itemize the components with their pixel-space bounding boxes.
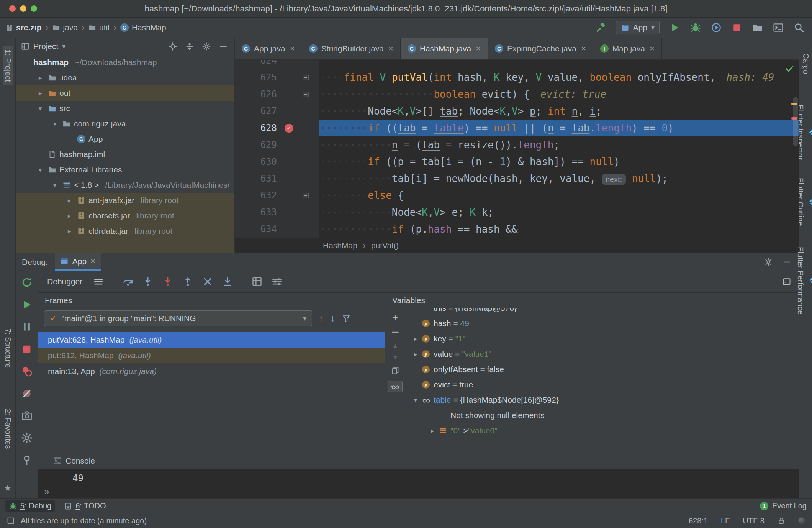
variable-row[interactable]: ▸pkey = "1" <box>405 331 799 346</box>
stop-button[interactable] <box>732 22 742 33</box>
editor-tab[interactable]: CApp.java× <box>235 38 302 59</box>
settings-icon[interactable] <box>202 42 211 51</box>
code-line[interactable]: 632········else { <box>235 187 799 204</box>
show-watches-icon[interactable] <box>388 381 403 392</box>
file-encoding[interactable]: UTF-8 <box>743 517 765 525</box>
line-number[interactable]: 629 <box>235 136 277 153</box>
code-line[interactable]: 624 <box>235 60 799 69</box>
line-number[interactable]: 632 <box>235 187 277 204</box>
zoom-window-button[interactable] <box>31 5 37 12</box>
sidebar-tab-cargo[interactable]: Cargo <box>801 49 811 78</box>
tree-item[interactable]: hashmap~/Downloads/hashmap <box>16 55 234 70</box>
indicator-icon[interactable] <box>798 517 805 524</box>
breadcrumb-item[interactable]: util <box>88 23 110 32</box>
line-number[interactable]: 633 <box>235 204 277 221</box>
variable-row[interactable]: pevict = true <box>405 377 799 392</box>
console-tab[interactable]: Console <box>38 453 799 469</box>
code-editor[interactable]: 624625····final V putVal(int hash, K key… <box>235 60 799 238</box>
step-out-icon[interactable] <box>182 276 193 287</box>
run-configuration-selector[interactable]: App▾ <box>616 21 660 34</box>
resume-button[interactable] <box>21 299 33 310</box>
tree-toggle-icon[interactable]: ▾ <box>36 105 45 113</box>
variable-row[interactable]: ▸"0" -> "value0" <box>405 423 799 438</box>
tool-window-button-debug[interactable]: 5: Debug <box>5 500 55 512</box>
breadcrumb-item[interactable]: CHashMap <box>120 23 166 32</box>
run-to-cursor-icon[interactable] <box>222 276 233 287</box>
settings-icon[interactable] <box>764 258 773 266</box>
breadcrumb-method[interactable]: putVal() <box>371 241 399 250</box>
drop-frame-icon[interactable] <box>202 276 213 287</box>
remove-watch-icon[interactable] <box>391 328 399 336</box>
tree-item[interactable]: ▾com.riguz.java <box>16 116 234 131</box>
sidebar-tab-7-structure[interactable]: 7: Structure <box>3 325 13 372</box>
hide-panel-icon[interactable] <box>783 258 791 266</box>
editor-tab[interactable]: CHashMap.java× <box>401 38 488 59</box>
tree-toggle-icon[interactable]: ▾ <box>36 166 45 174</box>
fold-marker-icon[interactable] <box>303 75 309 80</box>
close-icon[interactable]: × <box>581 44 586 54</box>
tree-item[interactable]: ▸out <box>16 85 234 101</box>
close-icon[interactable]: × <box>290 44 295 54</box>
tool-window-switcher-icon[interactable] <box>7 517 15 525</box>
frame-row[interactable]: put:612, HashMap(java.util) <box>38 348 385 363</box>
code-line[interactable]: 627········Node<K,V>[] tab; Node<K,V> p;… <box>235 103 799 120</box>
tree-item[interactable]: CApp <box>16 131 234 147</box>
search-everywhere-button[interactable] <box>794 22 804 33</box>
variable-row[interactable]: ▾table = {HashMap$Node[16]@592} <box>405 392 799 408</box>
close-icon[interactable]: × <box>476 44 481 54</box>
line-number[interactable]: 631 <box>235 170 277 187</box>
line-number[interactable]: 625 <box>235 69 277 86</box>
line-number[interactable]: 630 <box>235 153 277 170</box>
editor-tab[interactable]: IMap.java× <box>593 38 662 59</box>
locate-icon[interactable] <box>169 42 177 51</box>
tree-toggle-icon[interactable]: ▾ <box>409 396 422 404</box>
code-line[interactable]: 628✓········if ((tab = table) == null ||… <box>235 120 799 136</box>
force-step-into-icon[interactable] <box>162 276 173 287</box>
editor-tab[interactable]: CStringBuilder.java× <box>302 38 401 59</box>
debug-button[interactable] <box>690 22 701 33</box>
console-output-area[interactable]: » 49 <box>38 469 799 498</box>
thread-selector[interactable]: ✓ "main"@1 in group "main": RUNNING ▾ <box>44 310 312 326</box>
copy-icon[interactable] <box>391 366 399 375</box>
line-separator[interactable]: LF <box>721 517 730 525</box>
view-breakpoints-button[interactable] <box>21 366 33 377</box>
layout-settings-icon[interactable] <box>783 277 791 286</box>
tree-toggle-icon[interactable]: ▸ <box>409 335 422 343</box>
tree-toggle-icon[interactable]: ▸ <box>65 197 74 205</box>
breadcrumb-item[interactable]: src.zip <box>5 23 42 32</box>
mute-breakpoints-button[interactable] <box>21 388 33 399</box>
close-window-button[interactable] <box>9 5 16 12</box>
inspections-ok-icon[interactable] <box>785 64 795 74</box>
tool-window-button-todo[interactable]: 6: TODO <box>61 500 110 512</box>
rerun-button[interactable] <box>21 277 33 288</box>
tree-toggle-icon[interactable]: ▸ <box>36 89 45 97</box>
frame-row[interactable]: putVal:628, HashMap(java.util) <box>38 332 385 348</box>
breakpoint-zone[interactable]: ✓ <box>277 124 301 133</box>
settings-toolbar-icon[interactable] <box>272 276 282 287</box>
sidebar-tab-1-project[interactable]: 1: Project <box>3 46 13 85</box>
tree-item[interactable] <box>16 239 234 253</box>
line-number[interactable]: 627 <box>235 103 277 120</box>
settings-icon[interactable] <box>21 432 33 444</box>
close-icon[interactable]: × <box>650 44 655 54</box>
evaluate-icon[interactable] <box>252 276 262 287</box>
editor-tab[interactable]: CExpiringCache.java× <box>488 38 593 59</box>
terminal-button[interactable] <box>773 22 784 33</box>
variable-row[interactable]: ▸pvalue = "value1" <box>405 346 799 362</box>
debug-session-tab[interactable]: App × <box>55 253 101 271</box>
code-line[interactable]: 631············tab[i] = newNode(hash, ke… <box>235 170 799 187</box>
open-folder-button[interactable] <box>752 22 763 33</box>
tree-item[interactable]: ▸cldrdata.jarlibrary root <box>16 223 234 239</box>
debugger-label[interactable]: Debugger <box>47 277 82 286</box>
line-number[interactable]: 626 <box>235 86 277 103</box>
add-watch-icon[interactable]: + <box>393 313 398 322</box>
frame-row[interactable]: main:13, App(com.riguz.java) <box>38 363 385 379</box>
tree-item[interactable]: hashmap.iml <box>16 147 234 162</box>
run-with-coverage-button[interactable] <box>711 22 722 33</box>
hamburger-icon[interactable] <box>93 276 104 287</box>
close-icon[interactable]: × <box>90 256 95 266</box>
variable-row[interactable]: this = {HashMap@576} <box>405 308 799 316</box>
fold-marker-icon[interactable] <box>303 193 309 198</box>
breadcrumb-class[interactable]: HashMap <box>323 241 357 250</box>
collapse-all-icon[interactable] <box>185 42 194 51</box>
